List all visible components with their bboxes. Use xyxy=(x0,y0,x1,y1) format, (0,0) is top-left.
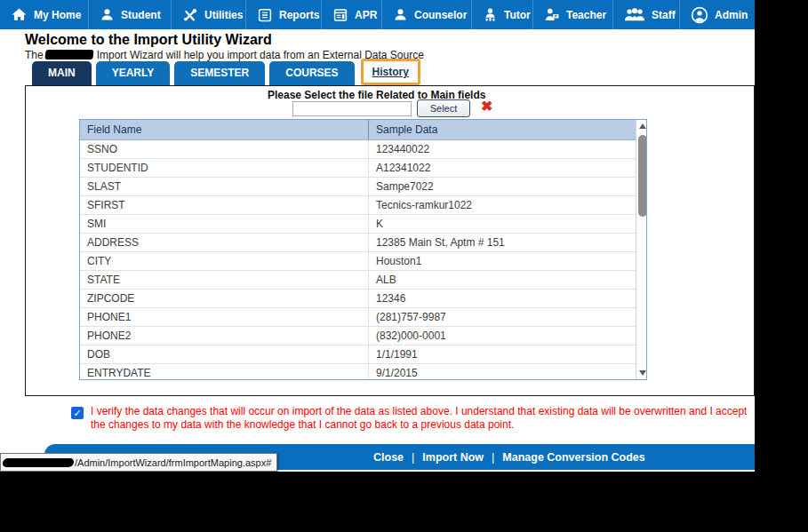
nav-item-my-home[interactable]: My Home xyxy=(0,0,89,29)
file-select-input[interactable] xyxy=(292,101,412,116)
table-row[interactable]: ENTRYDATE9/1/2015 xyxy=(80,364,636,380)
sample-data-cell: 123440022 xyxy=(369,140,636,158)
nav-item-label: Admin xyxy=(715,9,748,21)
column-header-field-name: Field Name xyxy=(80,120,369,139)
select-button[interactable]: Select xyxy=(417,99,470,117)
top-navbar: My Home Student Utilities Reports APR xyxy=(0,0,755,29)
field-name-cell: ADDRESS xyxy=(80,234,369,251)
nav-item-label: Teacher xyxy=(566,9,606,21)
sample-data-cell: Houston1 xyxy=(369,252,636,270)
status-url-tooltip: /Admin/ImportWizard/frmImportMaping.aspx… xyxy=(0,453,277,472)
footer-separator: | xyxy=(492,451,494,464)
field-name-cell: PHONE1 xyxy=(80,308,369,326)
table-scrollbar[interactable] xyxy=(636,120,646,379)
wizard-content-panel: Please Select the file Related to Main f… xyxy=(25,85,755,396)
status-url-text: /Admin/ImportWizard/frmImportMaping.aspx… xyxy=(75,457,271,468)
history-highlight-box: History xyxy=(361,59,420,85)
nav-item-label: My Home xyxy=(34,9,81,21)
nav-item-label: Staff xyxy=(652,9,676,21)
nav-item-label: Counselor xyxy=(414,9,467,21)
field-name-cell: ENTRYDATE xyxy=(80,364,369,380)
field-name-cell: SLAST xyxy=(80,178,369,195)
tab-courses[interactable]: COURSES xyxy=(269,61,354,85)
table-row[interactable]: ZIPCODE12346 xyxy=(80,290,636,308)
close-button[interactable]: Close xyxy=(373,451,404,464)
sample-data-cell: 12346 xyxy=(369,290,636,307)
sample-data-cell: Tecnics-ramkur1022 xyxy=(369,196,636,214)
footer-links: Close | Import Now | Manage Conversion C… xyxy=(373,444,645,470)
sample-data-cell: 12385 Main St, Aptm # 151 xyxy=(369,234,636,251)
nav-item-label: Reports xyxy=(279,9,319,21)
nav-item-student[interactable]: Student xyxy=(89,0,172,29)
table-row[interactable]: DOB1/1/1991 xyxy=(80,345,636,364)
table-row[interactable]: STUDENTIDA12341022 xyxy=(80,159,636,178)
field-name-cell: SFIRST xyxy=(80,196,369,214)
footer-separator: | xyxy=(412,451,414,464)
student-icon xyxy=(100,7,115,22)
staff-icon xyxy=(624,7,645,22)
table-row[interactable]: SMIK xyxy=(80,215,636,234)
nav-item-label: APR xyxy=(355,9,377,21)
field-name-cell: DOB xyxy=(80,345,369,363)
scrollbar-down-arrow-icon[interactable] xyxy=(636,367,647,379)
tab-main[interactable]: MAIN xyxy=(32,61,92,85)
nav-item-teacher[interactable]: Teacher xyxy=(533,0,613,29)
counselor-icon xyxy=(393,7,408,22)
field-mapping-table: Field Name Sample Data SSNO123440022 STU… xyxy=(79,119,647,380)
admin-icon xyxy=(691,6,708,24)
tab-yearly[interactable]: YEARLY xyxy=(96,61,171,85)
table-row[interactable]: SLASTSampe7022 xyxy=(80,178,636,196)
sample-data-cell: 1/1/1991 xyxy=(369,345,636,363)
table-header-row: Field Name Sample Data xyxy=(80,120,636,140)
nav-item-counselor[interactable]: Counselor xyxy=(382,0,472,29)
nav-item-label: Tutor xyxy=(504,9,531,21)
table-row[interactable]: SFIRSTTecnics-ramkur1022 xyxy=(80,196,636,215)
verify-checkbox[interactable]: ✓ xyxy=(71,407,84,419)
manage-conversion-codes-button[interactable]: Manage Conversion Codes xyxy=(502,451,644,464)
table-row[interactable]: PHONE1(281)757-9987 xyxy=(80,308,636,327)
column-header-sample-data: Sample Data xyxy=(369,120,636,139)
sample-data-cell: (281)757-9987 xyxy=(369,308,636,326)
sample-data-cell: (832)000-0001 xyxy=(369,327,636,345)
table-row[interactable]: SSNO123440022 xyxy=(80,140,636,159)
reports-icon xyxy=(257,7,273,23)
tab-semester[interactable]: SEMESTER xyxy=(174,61,265,85)
app-page: My Home Student Utilities Reports APR xyxy=(0,0,755,472)
nav-item-tutor[interactable]: Tutor xyxy=(472,0,533,29)
import-now-button[interactable]: Import Now xyxy=(422,451,484,464)
utilities-icon xyxy=(182,7,198,23)
table-row[interactable]: STATEALB xyxy=(80,271,636,290)
field-name-cell: SMI xyxy=(80,215,369,233)
url-redaction-mark xyxy=(2,458,75,467)
table-row[interactable]: CITYHouston1 xyxy=(80,252,636,271)
field-name-cell: STATE xyxy=(80,271,369,289)
scrollbar-thumb[interactable] xyxy=(638,135,647,217)
nav-item-label: Utilities xyxy=(204,9,243,21)
tutor-icon xyxy=(483,7,498,22)
field-name-cell: ZIPCODE xyxy=(80,290,369,307)
table-row[interactable]: ADDRESS12385 Main St, Aptm # 151 xyxy=(80,234,636,252)
sample-data-cell: ALB xyxy=(369,271,636,289)
sample-data-cell: A12341022 xyxy=(369,159,636,177)
nav-item-admin[interactable]: Admin xyxy=(680,0,755,29)
field-name-cell: PHONE2 xyxy=(80,327,369,345)
home-icon xyxy=(11,6,28,23)
verify-statement-text: I verify the data changes that will occu… xyxy=(91,405,751,432)
teacher-icon xyxy=(544,7,560,23)
table-body: Field Name Sample Data SSNO123440022 STU… xyxy=(80,120,636,379)
sample-data-cell: 9/1/2015 xyxy=(369,364,636,380)
nav-item-apr[interactable]: APR xyxy=(322,0,382,29)
field-name-cell: STUDENTID xyxy=(80,159,369,177)
verify-section: ✓ I verify the data changes that will oc… xyxy=(71,405,751,432)
wizard-tabs: MAIN YEARLY SEMESTER COURSES History xyxy=(32,59,420,85)
table-row[interactable]: PHONE2(832)000-0001 xyxy=(80,327,636,345)
clear-file-icon[interactable]: ✖ xyxy=(481,98,492,115)
field-name-cell: SSNO xyxy=(80,140,369,158)
scrollbar-up-arrow-icon[interactable] xyxy=(636,120,647,132)
tab-history[interactable]: History xyxy=(364,61,418,83)
nav-item-staff[interactable]: Staff xyxy=(613,0,680,29)
nav-item-reports[interactable]: Reports xyxy=(246,0,322,29)
sample-data-cell: Sampe7022 xyxy=(369,178,636,195)
nav-item-utilities[interactable]: Utilities xyxy=(172,0,246,29)
field-name-cell: CITY xyxy=(80,252,369,270)
